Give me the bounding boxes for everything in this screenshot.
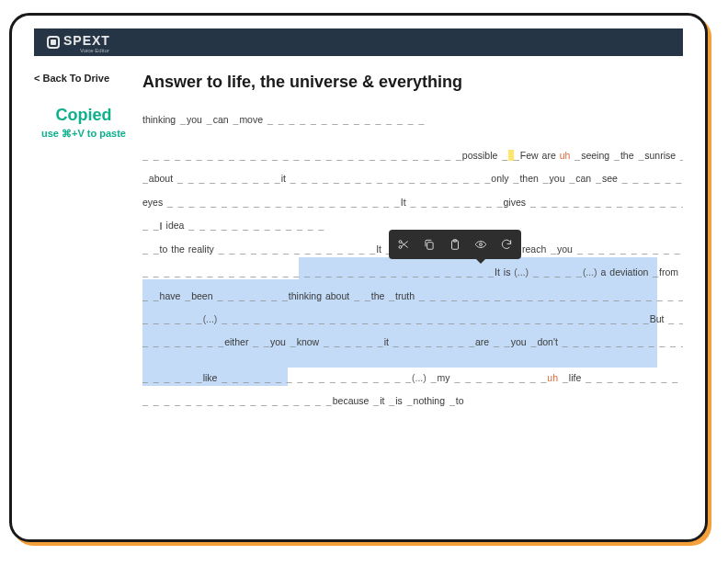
gap[interactable]: _: [202, 114, 213, 125]
gap[interactable]: _: [546, 243, 557, 255]
pause-marker[interactable]: (...): [583, 266, 597, 277]
gap[interactable]: _ _: [349, 290, 371, 301]
filler-word[interactable]: uh: [560, 150, 571, 161]
word[interactable]: a deviation: [601, 266, 649, 277]
word[interactable]: like: [203, 372, 218, 383]
word[interactable]: you: [511, 336, 527, 347]
gap[interactable]: _ _ _ _ _ _ _ _ _ _ _ _ _ _ _: [214, 243, 376, 255]
gap[interactable]: _ _: [142, 220, 160, 231]
transcript-line[interactable]: _about _ _ _ _ _ _ _ _ _ _it _ _ _ _ _ _…: [142, 167, 683, 190]
gap[interactable]: _ _ _ _ _ _ _ _ _ _ _ _ _ _ _ _ _ _ _: [526, 197, 683, 208]
gap[interactable]: _ _ _ _ _ _ _ _ _ _ _ _ _ _ _: [263, 114, 425, 125]
filler-word[interactable]: uh: [547, 372, 558, 383]
word[interactable]: sunrise: [644, 150, 676, 161]
gap[interactable]: _ _ _ _ _ _ _ _ _: [450, 372, 548, 383]
word[interactable]: eyes: [142, 197, 163, 208]
gap[interactable]: _: [497, 150, 508, 161]
gap[interactable]: _: [634, 150, 645, 161]
transcript-line[interactable]: eyes _ _ _ _ _ _ _ _ _ _ _ _ _ _ _ _ _ _…: [142, 191, 683, 214]
gap[interactable]: _: [427, 372, 438, 383]
gap[interactable]: _ _: [489, 336, 511, 347]
word[interactable]: only: [491, 173, 508, 184]
gap[interactable]: _ _ _ _ _ _ _ _ _ _ _ _: [573, 243, 683, 255]
redo-button[interactable]: [494, 233, 519, 255]
gap[interactable]: _ _: [248, 336, 270, 347]
gap[interactable]: _: [445, 395, 456, 406]
word[interactable]: see: [602, 173, 618, 184]
word[interactable]: can: [575, 173, 591, 184]
gap[interactable]: _ _ _ _ _ _ _ _ _ _ _ _ _ _ _ _ _ _ _ _ …: [163, 197, 401, 208]
gap[interactable]: _ _ _ _ _ _ _ _ _ _ _ _ _ _ _ _ _ _ _ _ …: [142, 266, 495, 277]
word[interactable]: is: [395, 395, 403, 406]
gap[interactable]: _ _ _ _ _ _ _ _: [142, 336, 224, 347]
gap[interactable]: _ _ _ _ _ _ _ _: [389, 336, 475, 347]
word[interactable]: you: [550, 173, 565, 184]
transcript-line[interactable]: _ _ _ _ _ _(...) _ _ _ _ _ _ _ _ _ _ _ _…: [142, 308, 683, 331]
back-to-drive-link[interactable]: < Back To Drive: [34, 73, 133, 84]
word[interactable]: you: [270, 336, 286, 347]
transcript-line[interactable]: _ _ _ _ _ _ _ _ _ _ _ _ _ _ _ _ _ _becau…: [142, 390, 683, 413]
preview-button[interactable]: [468, 233, 494, 255]
gap[interactable]: _: [403, 395, 414, 406]
pause-marker[interactable]: (...): [514, 266, 529, 277]
word[interactable]: you: [187, 114, 202, 125]
gap[interactable]: _: [558, 372, 569, 383]
word[interactable]: possible: [462, 150, 498, 161]
transcript-line[interactable]: thinking _you _can _move _ _ _ _ _ _ _ _…: [142, 108, 683, 131]
gap[interactable]: _: [648, 266, 659, 277]
gap[interactable]: _ _ _ _ _ _ _ _ _ _ _ _ _ _ _ _ _ _ _ _ …: [142, 150, 462, 161]
word[interactable]: you: [557, 243, 573, 255]
gap[interactable]: _ _ _ _ _: [678, 266, 683, 277]
word[interactable]: Few are: [520, 150, 556, 161]
gap[interactable]: _: [384, 395, 395, 406]
brand-logo[interactable]: SPEXT Voice Editor: [47, 32, 110, 53]
gap[interactable]: _: [514, 150, 520, 161]
gap[interactable]: _ _ _ _ _ _: [142, 313, 203, 324]
word[interactable]: move: [239, 114, 263, 125]
gap[interactable]: _ _ _ _ _ _ _ _ _ _ _ _ _ _ _ _ _ _ _ _ …: [581, 372, 683, 383]
copy-button[interactable]: [416, 233, 442, 255]
paste-button[interactable]: [442, 233, 468, 255]
gap[interactable]: _ _ _ _ _ _ _ _ _ _ _ _ _ _ _ _ _ _ _ _ …: [217, 313, 649, 324]
pause-marker[interactable]: (...): [203, 313, 218, 324]
gap[interactable]: _: [369, 395, 380, 406]
pause-marker[interactable]: (...): [412, 372, 427, 383]
gap[interactable]: _: [539, 173, 550, 184]
word[interactable]: the: [371, 290, 385, 301]
word[interactable]: to: [456, 395, 464, 406]
gap[interactable]: _ _ _ _ _ _ _: [213, 290, 289, 301]
word[interactable]: life: [569, 372, 581, 383]
transcript-line[interactable]: _ _ _ _ _ _ _ _either _ _you _know _ _ _…: [142, 331, 683, 354]
word[interactable]: then: [519, 173, 538, 184]
gap[interactable]: _ _ _ _ _ _ _ _ _ _ _ _ _ _ _ _ _ _: [142, 395, 333, 406]
word[interactable]: the: [620, 150, 634, 161]
word[interactable]: thinking: [142, 114, 176, 125]
gap[interactable]: _: [180, 290, 191, 301]
word[interactable]: truth: [395, 290, 415, 301]
transcript-line[interactable]: _ _ _ _ _ _ _ _ _ _ _ _ _ _ _ _ _ _ _ _ …: [142, 261, 683, 284]
gap[interactable]: _: [570, 150, 581, 161]
transcript-line[interactable]: _ _ _ _ _ _ _ _ _ _ _ _ _ _ _ _ _ _ _ _ …: [142, 144, 683, 167]
word[interactable]: know: [297, 336, 320, 347]
word[interactable]: can: [213, 114, 229, 125]
gap[interactable]: _: [509, 173, 520, 184]
gap[interactable]: _ _ _ _ _ _ _ _ _ _ _ _ _ _ _ _ _ _: [217, 372, 412, 383]
gap[interactable]: _ _ _ _ _ _ _ _ _ _: [173, 173, 281, 184]
word[interactable]: thinking about: [289, 290, 349, 301]
word[interactable]: reach: [522, 243, 546, 255]
gap[interactable]: _ _ _ _ _ _ _ _ _ _ _ _ _ _ _ _ _ _ _: [286, 173, 491, 184]
gap[interactable]: _ _ _ _ _ _ _ _ _ _ _ _ _ _ _ _ _ _ _ _ …: [415, 290, 683, 301]
word[interactable]: It is: [495, 266, 510, 277]
gap[interactable]: _ _: [142, 243, 160, 255]
gap[interactable]: _ _ _ _ _ _ _ _ _: [406, 197, 504, 208]
cut-button[interactable]: [391, 233, 416, 255]
gap[interactable]: _ _: [664, 313, 683, 324]
word[interactable]: about: [149, 173, 173, 184]
gap[interactable]: _ _ _ _ _ _ _ _ _ _ _ _ _ _ _: [558, 336, 683, 347]
gap[interactable]: _ _ _ _ _: [529, 266, 583, 277]
gap[interactable]: _: [527, 336, 538, 347]
gap[interactable]: _ _ _ _ _ _ _ _ _ _ _ _ _: [184, 220, 324, 231]
word[interactable]: don't: [537, 336, 557, 347]
gap[interactable]: _: [384, 290, 395, 301]
word[interactable]: seeing: [581, 150, 609, 161]
